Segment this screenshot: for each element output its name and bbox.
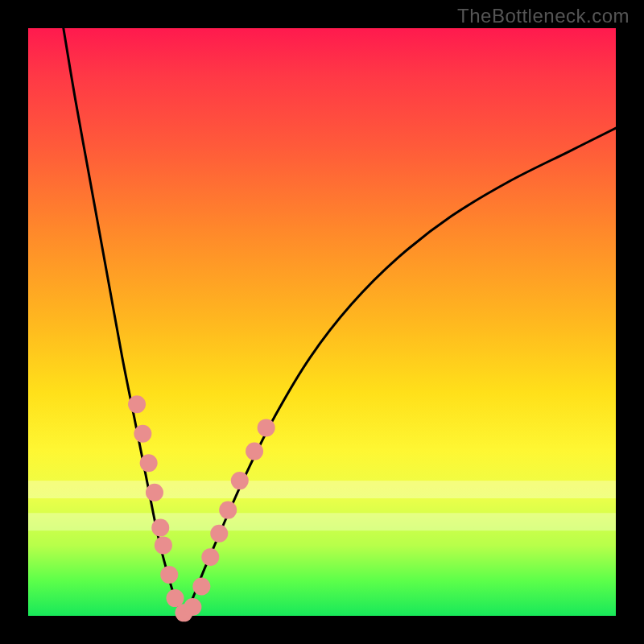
scatter-dot [184, 598, 201, 616]
scatter-dot [155, 536, 172, 554]
watermark-text: TheBottleneck.com [457, 5, 630, 27]
scatter-dot [140, 454, 158, 472]
pale-band [28, 513, 616, 530]
scatter-dot [219, 502, 237, 519]
scatter-dot [246, 443, 263, 460]
scatter-dot [210, 525, 228, 543]
scatter-dot [160, 566, 178, 584]
scatter-dot [231, 472, 249, 489]
scatter-dot [258, 419, 275, 436]
scatter-dot [128, 395, 146, 413]
scatter-dot [146, 484, 163, 502]
curve-right-branch [184, 128, 616, 616]
plot-area [28, 28, 616, 616]
chart-frame: TheBottleneck.com [0, 0, 644, 644]
scatter-dot [134, 425, 151, 443]
scatter-dots-layer [128, 395, 275, 621]
chart-svg [28, 28, 616, 616]
scatter-dot [192, 578, 210, 596]
scatter-dot [201, 548, 219, 566]
pale-band [28, 481, 616, 498]
scatter-dot [151, 519, 169, 537]
scatter-dot [167, 589, 184, 607]
pale-bands-layer [28, 481, 616, 530]
